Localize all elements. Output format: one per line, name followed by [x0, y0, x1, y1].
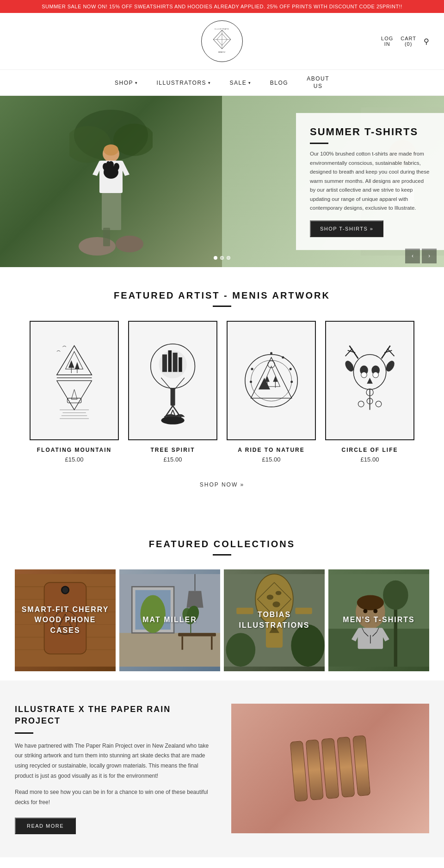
svg-point-55	[245, 354, 297, 406]
skateboard-art	[290, 735, 371, 802]
nav-item-sale[interactable]: SALE ▾	[230, 80, 252, 86]
collection-label: MAT MILLER	[138, 610, 201, 630]
product-name: CIRCLE OF LIFE	[325, 447, 414, 453]
product-price: £15.00	[325, 456, 414, 463]
svg-marker-57	[251, 357, 291, 398]
svg-rect-46	[170, 388, 175, 406]
featured-artist-title: FEATURED ARTIST - MENIS ARTWORK	[15, 290, 429, 301]
svg-point-10	[104, 144, 118, 156]
hero-content-box: SUMMER T-SHIRTS Our 100% brushed cotton …	[296, 113, 444, 250]
skateboard-1	[290, 740, 308, 801]
svg-point-60	[268, 361, 275, 368]
nav-item-shop[interactable]: SHOP ▾	[115, 80, 138, 86]
skateboard-2	[306, 739, 324, 800]
collection-card-cherry-wood[interactable]: SMART-FIT CHERRY WOOD PHONE CASES	[15, 569, 116, 671]
hero-title: SUMMER T-SHIRTS	[310, 126, 430, 138]
paper-rain-title: ILLUSTRATE X THE PAPER RAIN PROJECT	[15, 704, 213, 727]
shop-now-link[interactable]: SHOP NOW »	[15, 472, 429, 506]
product-card-circle-of-life[interactable]: CIRCLE OF LIFE £15.00	[325, 321, 414, 462]
product-price: £15.00	[227, 456, 316, 463]
svg-point-62	[282, 356, 284, 358]
svg-marker-27	[57, 345, 92, 375]
hero-description: Our 100% brushed cotton t-shirts are mad…	[310, 150, 430, 213]
svg-point-15	[114, 163, 119, 170]
collection-overlay: SMART-FIT CHERRY WOOD PHONE CASES	[15, 569, 116, 671]
slider-dot-2[interactable]	[220, 256, 224, 260]
svg-rect-19	[102, 193, 112, 230]
svg-point-65	[251, 368, 253, 370]
svg-line-77	[345, 349, 352, 356]
featured-collections-section: FEATURED COLLECTIONS	[0, 520, 444, 671]
svg-marker-34	[75, 362, 80, 369]
svg-point-82	[373, 372, 379, 378]
prev-arrow[interactable]: ‹	[405, 249, 420, 263]
product-image-circle-of-life	[325, 321, 414, 440]
logo-circle: MMXV ILLUSTRATE	[201, 20, 243, 62]
chevron-down-icon: ▾	[248, 81, 252, 85]
section-divider	[213, 306, 231, 307]
chevron-down-icon: ▾	[208, 81, 211, 85]
product-card-floating-mountain[interactable]: FLOATING MOUNTAIN £15.00	[30, 321, 119, 462]
logo[interactable]: MMXV ILLUSTRATE	[201, 20, 243, 62]
svg-point-71	[353, 354, 386, 389]
nav-item-about-us[interactable]: ABOUTUS	[307, 75, 329, 90]
featured-collections-title: FEATURED COLLECTIONS	[15, 539, 429, 550]
next-arrow[interactable]: ›	[422, 249, 437, 263]
product-name: A RIDE TO NATURE	[227, 447, 316, 453]
hero-left-image	[0, 96, 222, 267]
svg-point-63	[290, 368, 292, 370]
skateboard-3	[321, 738, 339, 799]
text-divider	[15, 732, 33, 734]
nav-item-blog[interactable]: BLOG	[270, 80, 288, 86]
collection-label: TOBIAS ILLUSTRATIONS	[224, 605, 325, 635]
slider-dot-1[interactable]	[214, 256, 217, 260]
collections-grid: SMART-FIT CHERRY WOOD PHONE CASES	[15, 569, 429, 671]
paper-rain-paragraph2: Read more to see how you can be in for a…	[15, 787, 213, 807]
products-grid: FLOATING MOUNTAIN £15.00	[15, 321, 429, 462]
product-image-floating-mountain	[30, 321, 119, 440]
featured-artist-section: FEATURED ARTIST - MENIS ARTWORK	[0, 267, 444, 520]
svg-marker-74	[367, 378, 373, 384]
login-button[interactable]: LOG IN	[381, 36, 393, 47]
slider-dot-3[interactable]	[227, 256, 230, 260]
svg-point-16	[106, 161, 110, 167]
svg-point-66	[250, 381, 252, 383]
main-nav: SHOP ▾ ILLUSTRATORS ▾ SALE ▾ BLOG ABOUTU…	[0, 69, 444, 96]
read-more-button[interactable]: READ MORE	[15, 818, 76, 834]
collection-label: SMART-FIT CHERRY WOOD PHONE CASES	[15, 600, 116, 640]
sale-banner: SUMMER SALE NOW ON! 15% OFF SWEATSHIRTS …	[0, 0, 444, 13]
shop-tshirts-button[interactable]: SHOP T-SHIRTS »	[310, 220, 383, 237]
header-actions: LOG IN CART (0) ⚲	[381, 36, 429, 47]
collection-overlay: MAT MILLER	[119, 569, 220, 671]
svg-line-80	[387, 349, 394, 356]
collection-card-tobias[interactable]: TOBIAS ILLUSTRATIONS	[224, 569, 325, 671]
product-image-tree-spirit	[128, 321, 217, 440]
product-price: £15.00	[128, 456, 217, 463]
paper-rain-section: ILLUSTRATE X THE PAPER RAIN PROJECT We h…	[0, 681, 444, 858]
search-icon[interactable]: ⚲	[424, 37, 429, 46]
section-divider	[213, 554, 231, 556]
paper-rain-image	[231, 704, 429, 833]
svg-text:ILLUSTRATE: ILLUSTRATE	[215, 28, 229, 30]
product-card-tree-spirit[interactable]: TREE SPIRIT £15.00	[128, 321, 217, 462]
product-image-ride-to-nature	[227, 321, 316, 440]
svg-point-64	[290, 381, 293, 383]
collection-overlay: TOBIAS ILLUSTRATIONS	[224, 569, 325, 671]
hero-divider	[310, 143, 328, 144]
skateboard-4	[337, 737, 355, 798]
collection-card-mat-miller[interactable]: MAT MILLER	[119, 569, 220, 671]
skateboard-5	[352, 735, 370, 796]
paper-rain-text: ILLUSTRATE X THE PAPER RAIN PROJECT We h…	[15, 704, 213, 835]
product-name: FLOATING MOUNTAIN	[30, 447, 119, 453]
collection-card-mens-tshirts[interactable]: MEN'S T-SHIRTS	[328, 569, 429, 671]
cart-button[interactable]: CART (0)	[401, 36, 416, 47]
nav-item-illustrators[interactable]: ILLUSTRATORS ▾	[157, 80, 211, 86]
product-name: TREE SPIRIT	[128, 447, 217, 453]
slider-arrows: ‹ ›	[405, 249, 437, 263]
header: MMXV ILLUSTRATE LOG IN CART (0) ⚲	[0, 13, 444, 69]
svg-point-54	[159, 350, 186, 378]
product-card-ride-to-nature[interactable]: A RIDE TO NATURE £15.00	[227, 321, 316, 462]
svg-point-51	[161, 416, 184, 425]
svg-rect-23	[103, 228, 110, 246]
chevron-down-icon: ▾	[135, 81, 138, 85]
